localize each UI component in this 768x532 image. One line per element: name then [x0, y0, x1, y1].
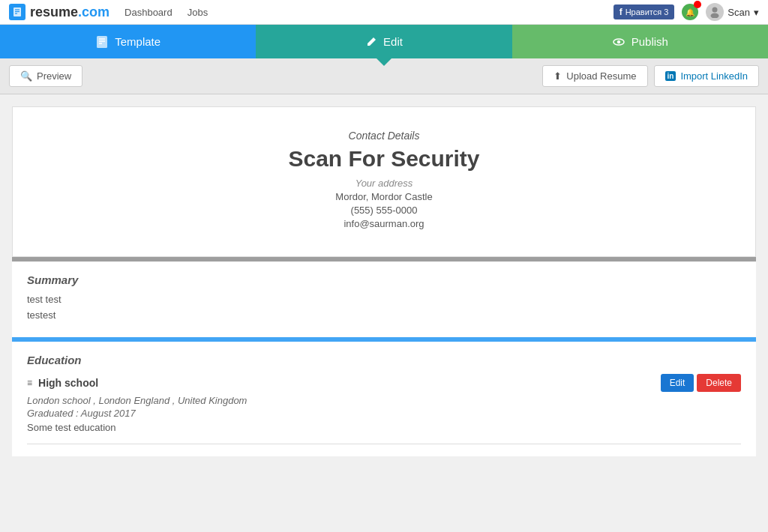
education-section: Education ≡ High school Edit Delete Lond…	[12, 342, 756, 456]
education-graduated: Graduated : August 2017	[27, 408, 741, 419]
education-edit-button[interactable]: Edit	[661, 374, 694, 392]
fb-label: Нравится 3	[626, 7, 669, 16]
nav-dashboard[interactable]: Dashboard	[124, 7, 172, 18]
tabbar: Template Edit Publish	[0, 25, 768, 58]
navbar-left: resume.com Dashboard Jobs	[9, 4, 208, 20]
tab-edit-label: Edit	[383, 35, 403, 48]
resume-email: info@saurman.org	[28, 218, 740, 229]
logo[interactable]: resume.com	[9, 4, 110, 20]
facebook-like-button[interactable]: f Нравится 3	[614, 4, 675, 19]
summary-line1: test test	[27, 294, 741, 305]
svg-rect-6	[97, 36, 107, 48]
user-name: Scan	[728, 7, 750, 18]
education-location: London school , London England , United …	[27, 395, 741, 406]
chevron-down-icon: ▾	[754, 7, 759, 18]
hamburger-icon: ≡	[27, 378, 32, 388]
eye-icon	[612, 35, 626, 49]
notification-icon[interactable]: 🔔	[682, 4, 698, 20]
education-actions: Edit Delete	[661, 374, 741, 392]
tab-template-label: Template	[115, 35, 160, 48]
summary-line2: testest	[27, 309, 741, 321]
education-title-row: ≡ High school	[27, 377, 98, 389]
resume-contact-card: Contact Details Scan For Security Your a…	[12, 106, 756, 257]
tab-template[interactable]: Template	[0, 25, 256, 58]
resume-phone: (555) 555-0000	[28, 205, 740, 216]
actionbar-left: 🔍 Preview	[9, 65, 82, 87]
resume-address: Your address	[28, 178, 740, 189]
upload-resume-button[interactable]: ⬆ Upload Resume	[542, 65, 647, 87]
main-content: Contact Details Scan For Security Your a…	[0, 94, 768, 468]
nav-jobs[interactable]: Jobs	[188, 7, 208, 18]
entry-divider	[27, 444, 741, 444]
svg-point-4	[712, 7, 718, 13]
resume-name: Scan For Security	[28, 146, 740, 172]
logo-icon	[9, 4, 26, 20]
tab-publish-label: Publish	[632, 35, 668, 48]
notif-badge	[694, 1, 701, 8]
preview-label: Preview	[37, 70, 71, 82]
summary-title: Summary	[27, 273, 741, 286]
template-icon	[95, 35, 109, 49]
education-school: High school	[38, 377, 98, 389]
search-icon: 🔍	[20, 70, 32, 82]
education-delete-button[interactable]: Delete	[697, 374, 741, 392]
avatar	[706, 3, 724, 21]
import-linkedin-button[interactable]: in Import LinkedIn	[654, 65, 760, 87]
pencil-icon	[365, 36, 377, 48]
svg-point-11	[617, 40, 620, 43]
education-entry-header: ≡ High school Edit Delete	[27, 374, 741, 392]
navbar: resume.com Dashboard Jobs f Нравится 3 🔔…	[0, 0, 768, 25]
education-description: Some test education	[27, 422, 741, 433]
resume-city: Mordor, Mordor Castle	[28, 191, 740, 202]
linkedin-label: Import LinkedIn	[680, 70, 748, 82]
logo-text: resume.com	[30, 4, 110, 20]
linkedin-icon: in	[665, 71, 676, 81]
education-title: Education	[27, 354, 741, 366]
navbar-right: f Нравится 3 🔔 Scan ▾	[614, 3, 759, 21]
svg-point-5	[711, 13, 719, 19]
preview-button[interactable]: 🔍 Preview	[9, 65, 82, 87]
table-row: ≡ High school Edit Delete London school …	[27, 374, 741, 444]
contact-details-label: Contact Details	[28, 130, 740, 142]
tab-edit[interactable]: Edit	[256, 25, 512, 58]
upload-icon: ⬆	[554, 70, 562, 82]
tab-publish[interactable]: Publish	[512, 25, 768, 58]
summary-section: Summary test test testest	[12, 262, 756, 337]
actionbar-right: ⬆ Upload Resume in Import LinkedIn	[542, 65, 759, 87]
upload-label: Upload Resume	[566, 70, 636, 82]
user-menu[interactable]: Scan ▾	[706, 3, 759, 21]
